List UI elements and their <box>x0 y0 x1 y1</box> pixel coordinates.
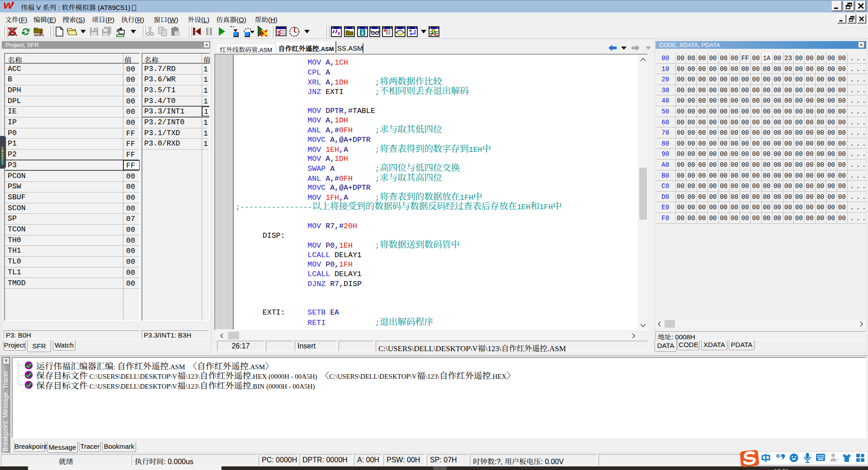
svg-text:10101: 10101 <box>34 33 44 37</box>
svg-text:17: 17 <box>835 458 839 462</box>
